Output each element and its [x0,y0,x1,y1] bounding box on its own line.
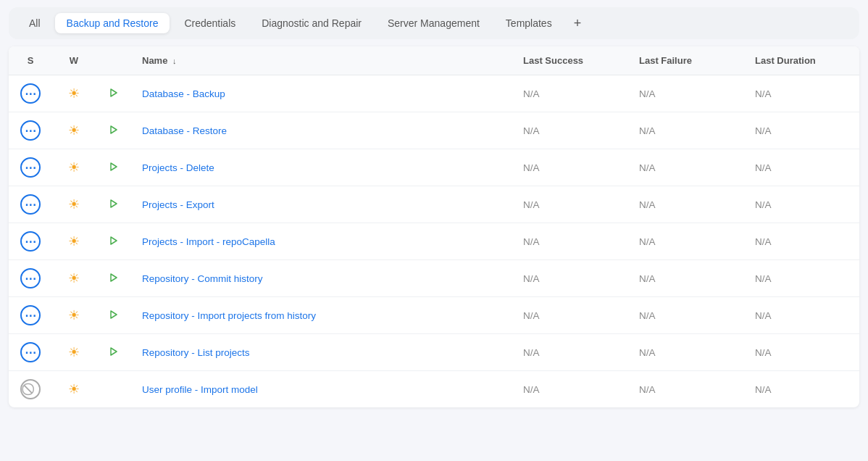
play-icon[interactable] [107,310,119,323]
job-name-link[interactable]: Projects - Delete [142,162,214,173]
schedule-cell: ☀ [52,149,96,186]
status-active-icon[interactable]: ⋯ [20,120,41,141]
sun-icon: ☀ [68,160,80,175]
table-row: ⋯☀ Database - RestoreN/AN/AN/A [9,112,859,149]
last-failure-cell: N/A [627,260,743,297]
sun-icon: ☀ [68,271,80,286]
schedule-cell: ☀ [52,112,96,149]
status-cell: ⋯ [9,223,52,260]
last-success-cell: N/A [512,149,627,186]
table-row: ⋯☀ Repository - Commit historyN/AN/AN/A [9,260,859,297]
status-active-icon[interactable]: ⋯ [20,231,41,252]
col-header-s: S [9,46,52,75]
last-duration-cell: N/A [743,186,859,223]
job-name-link[interactable]: Repository - Commit history [142,273,263,284]
schedule-cell: ☀ [52,260,96,297]
sun-icon: ☀ [68,197,80,212]
job-name-link[interactable]: Projects - Export [142,199,214,210]
name-cell: Repository - List projects [130,334,512,371]
status-inactive-icon[interactable]: ⃠ [20,379,41,399]
add-tab-button[interactable]: + [567,14,589,33]
tab-diagnostic-repair[interactable]: Diagnostic and Repair [250,13,373,33]
name-cell: User profile - Import model [130,371,512,408]
last-failure-cell: N/A [627,149,743,186]
status-cell: ⋯ [9,112,52,149]
col-header-name: Name ↓ [130,46,512,75]
status-active-icon[interactable]: ⋯ [20,83,41,104]
svg-marker-0 [111,89,117,96]
job-name-link[interactable]: Database - Restore [142,125,227,136]
status-active-icon[interactable]: ⋯ [20,157,41,178]
col-header-success: Last Success [512,46,627,75]
status-active-icon[interactable]: ⋯ [20,268,41,288]
sun-icon: ☀ [68,308,80,323]
last-duration-cell: N/A [743,149,859,186]
last-duration-cell: N/A [743,371,859,408]
play-cell [96,112,130,149]
name-cell: Database - Restore [130,112,512,149]
job-name-link[interactable]: User profile - Import model [142,384,258,395]
last-duration-cell: N/A [743,260,859,297]
status-cell: ⋯ [9,297,52,334]
job-name-link[interactable]: Projects - Import - repoCapella [142,236,275,247]
tab-bar: AllBackup and RestoreCredentialsDiagnost… [9,7,859,39]
tab-server-management[interactable]: Server Management [376,13,491,33]
play-cell [96,75,130,112]
table-row: ⋯☀ Repository - Import projects from his… [9,297,859,334]
schedule-cell: ☀ [52,297,96,334]
play-icon[interactable] [107,199,119,212]
tab-all[interactable]: All [17,13,52,33]
col-header-w: W [52,46,96,75]
play-icon[interactable] [107,88,119,101]
name-cell: Repository - Commit history [130,260,512,297]
last-duration-cell: N/A [743,112,859,149]
play-icon[interactable] [107,273,119,286]
last-duration-cell: N/A [743,223,859,260]
tab-templates[interactable]: Templates [494,13,564,33]
status-active-icon[interactable]: ⋯ [20,342,41,362]
name-cell: Projects - Import - repoCapella [130,223,512,260]
last-failure-cell: N/A [627,297,743,334]
status-active-icon[interactable]: ⋯ [20,305,41,325]
last-failure-cell: N/A [627,75,743,112]
col-header-play [96,46,130,75]
schedule-cell: ☀ [52,334,96,371]
sun-icon: ☀ [68,123,80,138]
tab-credentials[interactable]: Credentials [172,13,247,33]
name-cell: Projects - Export [130,186,512,223]
tab-backup-restore[interactable]: Backup and Restore [55,13,170,33]
play-icon[interactable] [107,347,119,360]
name-cell: Projects - Delete [130,149,512,186]
svg-marker-1 [111,126,117,133]
last-failure-cell: N/A [627,112,743,149]
play-icon[interactable] [107,236,119,249]
play-icon[interactable] [107,125,119,138]
sun-icon: ☀ [68,86,80,101]
last-duration-cell: N/A [743,297,859,334]
status-active-icon[interactable]: ⋯ [20,194,41,215]
play-icon[interactable] [107,162,119,175]
svg-marker-2 [111,163,117,170]
play-cell [96,334,130,371]
svg-marker-5 [111,274,117,281]
last-success-cell: N/A [512,297,627,334]
last-duration-cell: N/A [743,334,859,371]
status-cell: ⋯ [9,260,52,297]
job-name-link[interactable]: Repository - Import projects from histor… [142,310,316,321]
status-cell: ⋯ [9,149,52,186]
col-header-failure: Last Failure [627,46,743,75]
sort-arrow-name: ↓ [172,57,177,65]
play-cell [96,186,130,223]
last-failure-cell: N/A [627,334,743,371]
last-failure-cell: N/A [627,223,743,260]
schedule-cell: ☀ [52,75,96,112]
jobs-table-container: S W Name ↓ Last Success Last Failure Las… [9,46,859,407]
job-name-link[interactable]: Database - Backup [142,88,225,99]
last-success-cell: N/A [512,334,627,371]
table-row: ⋯☀ Database - BackupN/AN/AN/A [9,75,859,112]
last-failure-cell: N/A [627,186,743,223]
svg-marker-7 [111,348,117,355]
svg-marker-6 [111,311,117,318]
jobs-table: S W Name ↓ Last Success Last Failure Las… [9,46,859,407]
job-name-link[interactable]: Repository - List projects [142,347,250,358]
